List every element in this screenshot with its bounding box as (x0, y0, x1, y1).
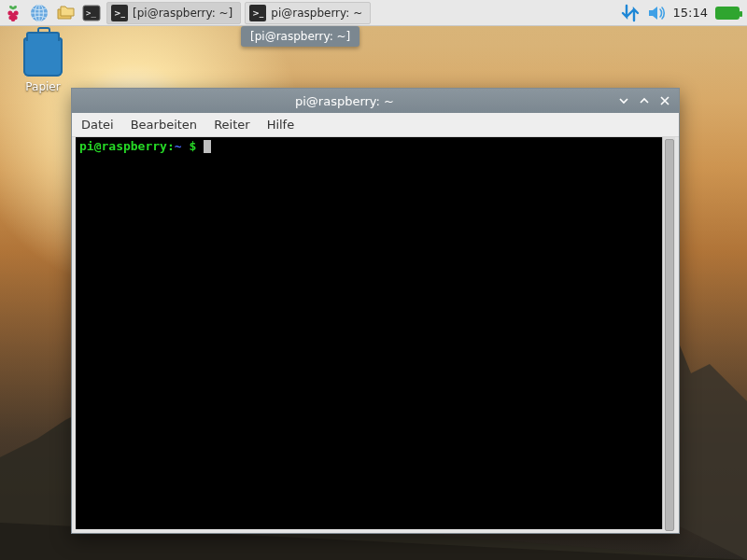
menu-help[interactable]: Hilfe (267, 118, 295, 132)
window-close-button[interactable] (656, 92, 673, 109)
volume-icon[interactable] (647, 4, 666, 22)
terminal-window: pi@raspberry: ~ Datei Bearbeiten Reiter … (71, 88, 680, 534)
trash-icon (23, 37, 63, 77)
menu-edit[interactable]: Bearbeiten (131, 118, 197, 132)
taskbar-tooltip: [pi@raspberry: ~] (241, 26, 359, 47)
prompt-dollar: $ (182, 139, 204, 153)
window-minimize-button[interactable] (615, 92, 632, 109)
prompt-path: ~ (175, 139, 182, 153)
desktop-icons: Papier (9, 37, 77, 93)
terminal-icon: >_ (111, 5, 128, 21)
folders-icon (56, 5, 75, 21)
taskbar-item-label: pi@raspberry: ~ (271, 7, 362, 20)
desktop-icon-label: Papier (9, 80, 77, 93)
terminal-viewport: pi@raspberry:~ $ (76, 137, 675, 529)
network-icon[interactable] (621, 4, 640, 22)
browser-launcher[interactable] (26, 0, 52, 26)
taskbar: >_ >_ [pi@raspberry: ~] >_ pi@raspberry:… (0, 0, 747, 26)
window-menubar: Datei Bearbeiten Reiter Hilfe (72, 113, 679, 137)
svg-text:>_: >_ (86, 8, 96, 18)
terminal-cursor (204, 140, 211, 153)
terminal-icon: >_ (249, 5, 266, 21)
window-titlebar[interactable]: pi@raspberry: ~ (72, 89, 679, 113)
trash-desktop-icon[interactable]: Papier (9, 37, 77, 93)
prompt-sep: : (167, 139, 175, 153)
svg-point-5 (11, 17, 15, 21)
taskbar-item-label: [pi@raspberry: ~] (133, 7, 233, 20)
file-manager-launcher[interactable] (52, 0, 78, 26)
window-title: pi@raspberry: ~ (78, 94, 612, 108)
terminal-output[interactable]: pi@raspberry:~ $ (76, 137, 662, 529)
scrollbar-thumb[interactable] (665, 139, 674, 531)
prompt-userhost: pi@raspberry (79, 139, 167, 153)
taskbar-item-terminal-1[interactable]: >_ [pi@raspberry: ~] (106, 2, 241, 24)
taskbar-item-terminal-2[interactable]: >_ pi@raspberry: ~ (245, 2, 371, 24)
chevron-up-icon (639, 95, 650, 106)
window-maximize-button[interactable] (636, 92, 653, 109)
terminal-icon: >_ (82, 5, 101, 21)
close-icon (659, 95, 670, 106)
globe-icon (30, 4, 49, 22)
raspberry-icon (4, 4, 22, 22)
menu-file[interactable]: Datei (81, 118, 114, 132)
system-tray: 15:14 (621, 0, 747, 26)
battery-indicator[interactable] (715, 7, 740, 20)
menu-tabs[interactable]: Reiter (214, 118, 250, 132)
terminal-launcher[interactable]: >_ (78, 0, 105, 26)
chevron-down-icon (618, 95, 629, 106)
terminal-scrollbar[interactable] (662, 137, 675, 529)
app-menu-button[interactable] (0, 0, 26, 26)
clock[interactable]: 15:14 (673, 6, 708, 20)
